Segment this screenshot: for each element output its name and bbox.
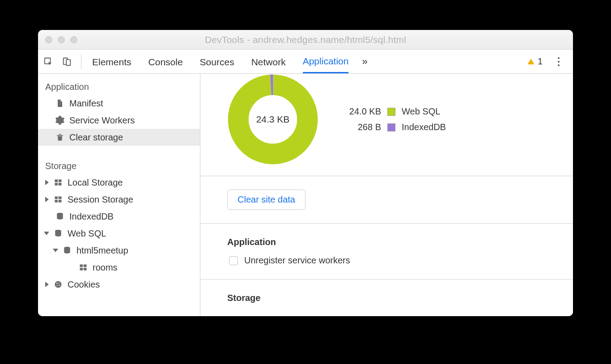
- sidebar-section-application: Application: [38, 78, 200, 95]
- chevron-right-icon: [45, 180, 49, 185]
- sidebar-item-html5meetup[interactable]: html5meetup: [38, 242, 200, 259]
- db-icon: [55, 212, 65, 221]
- section-title-storage: Storage: [227, 293, 573, 303]
- svg-rect-9: [55, 200, 58, 203]
- minimize-window-icon[interactable]: [58, 36, 65, 43]
- legend-label: IndexedDB: [402, 122, 446, 132]
- unregister-sw-row[interactable]: Unregister service workers: [227, 255, 573, 266]
- close-window-icon[interactable]: [45, 36, 52, 43]
- tab-application[interactable]: Application: [303, 50, 349, 73]
- clear-site-data-button[interactable]: Clear site data: [227, 190, 306, 210]
- sidebar-item-label: Local Storage: [68, 178, 123, 188]
- sidebar-item-manifest[interactable]: Manifest: [38, 95, 200, 112]
- warnings-badge[interactable]: 1: [527, 56, 543, 67]
- chevron-down-icon: [53, 249, 58, 252]
- svg-point-19: [56, 283, 58, 284]
- sidebar-item-label: Service Workers: [69, 115, 135, 126]
- sidebar-section-storage: Storage: [38, 157, 200, 174]
- file-icon: [55, 98, 65, 108]
- sidebar-item-label: html5meetup: [76, 245, 128, 256]
- usage-donut: 24.3 KB: [227, 74, 318, 165]
- sidebar-item-local-storage[interactable]: Local Storage: [38, 174, 200, 191]
- svg-rect-14: [80, 264, 83, 267]
- legend-value: 268 B: [341, 122, 381, 132]
- toolbar-icons: [43, 54, 81, 69]
- svg-rect-17: [84, 268, 87, 271]
- sidebar-item-label: rooms: [93, 262, 118, 273]
- zoom-window-icon[interactable]: [70, 36, 77, 43]
- sidebar-item-label: Cookies: [68, 279, 100, 290]
- sidebar-item-clear-storage[interactable]: Clear storage: [38, 129, 200, 146]
- db-icon: [53, 229, 63, 238]
- sidebar-item-indexeddb[interactable]: IndexedDB: [38, 208, 200, 225]
- trash-icon: [55, 132, 65, 142]
- chevron-down-icon: [44, 232, 49, 235]
- svg-point-22: [57, 285, 58, 286]
- svg-point-18: [55, 281, 62, 288]
- svg-rect-2: [66, 59, 70, 65]
- sidebar-item-label: Web SQL: [68, 229, 106, 239]
- legend-swatch: [387, 108, 395, 116]
- legend-swatch: [387, 123, 395, 131]
- tabs-right: 1: [527, 56, 568, 67]
- svg-rect-5: [55, 183, 58, 186]
- svg-rect-7: [55, 196, 58, 199]
- legend-value: 24.0 KB: [341, 106, 381, 117]
- tabs-list: Elements Console Sources Network Applica…: [92, 50, 348, 73]
- devtools-window: DevTools - andrew.hedges.name/html5/sql.…: [38, 30, 573, 316]
- warnings-count: 1: [538, 56, 543, 67]
- grid-icon: [53, 195, 63, 204]
- sidebar[interactable]: Application Manifest Service Workers Cle…: [38, 74, 200, 316]
- tab-network[interactable]: Network: [251, 51, 286, 73]
- gear-icon: [55, 115, 65, 125]
- checkbox-icon[interactable]: [229, 256, 238, 265]
- storage-options-panel: Storage: [200, 279, 573, 316]
- sidebar-item-rooms[interactable]: rooms: [38, 259, 200, 276]
- chevron-right-icon: [45, 197, 49, 202]
- tab-elements[interactable]: Elements: [92, 51, 132, 73]
- titlebar: DevTools - andrew.hedges.name/html5/sql.…: [38, 30, 573, 50]
- traffic-lights: [45, 36, 77, 43]
- usage-total: 24.3 KB: [227, 74, 318, 165]
- inspect-element-icon[interactable]: [43, 57, 53, 67]
- svg-point-20: [59, 283, 59, 284]
- device-toolbar-icon[interactable]: [62, 57, 72, 67]
- svg-rect-3: [55, 179, 58, 182]
- svg-rect-10: [59, 200, 62, 203]
- sidebar-item-service-workers[interactable]: Service Workers: [38, 112, 200, 129]
- section-title-application: Application: [227, 237, 573, 247]
- checkbox-label: Unregister service workers: [244, 255, 350, 266]
- svg-rect-8: [59, 196, 62, 199]
- svg-point-21: [59, 284, 60, 286]
- svg-rect-6: [59, 183, 62, 186]
- svg-rect-15: [84, 264, 87, 267]
- legend-row-indexeddb: 268 B IndexedDB: [341, 122, 446, 132]
- sidebar-item-web-sql[interactable]: Web SQL: [38, 225, 200, 242]
- application-options-panel: Application Unregister service workers: [200, 224, 573, 279]
- usage-legend: 24.0 KB Web SQL 268 B IndexedDB: [341, 106, 446, 132]
- sidebar-item-cookies[interactable]: Cookies: [38, 276, 200, 293]
- overflow-tabs-icon[interactable]: »: [362, 56, 367, 68]
- svg-rect-16: [80, 268, 83, 271]
- sidebar-item-session-storage[interactable]: Session Storage: [38, 191, 200, 208]
- main-panel[interactable]: 24.3 KB 24.0 KB Web SQL 268 B IndexedDB: [200, 74, 573, 316]
- sidebar-item-label: Manifest: [69, 98, 103, 109]
- tabs-bar: Elements Console Sources Network Applica…: [38, 50, 573, 74]
- window-title: DevTools - andrew.hedges.name/html5/sql.…: [38, 34, 573, 45]
- grid-icon: [53, 178, 63, 187]
- legend-label: Web SQL: [402, 106, 440, 117]
- sidebar-item-label: IndexedDB: [69, 212, 114, 222]
- kebab-menu-icon[interactable]: [553, 56, 564, 67]
- sidebar-item-label: Session Storage: [68, 195, 133, 205]
- chevron-right-icon: [45, 282, 49, 287]
- legend-row-websql: 24.0 KB Web SQL: [341, 106, 446, 117]
- usage-chart-row: 24.3 KB 24.0 KB Web SQL 268 B IndexedDB: [200, 74, 573, 176]
- tab-console[interactable]: Console: [149, 51, 183, 73]
- sidebar-item-label: Clear storage: [69, 132, 123, 143]
- clear-site-data-panel: Clear site data: [200, 176, 573, 224]
- db-icon: [62, 245, 72, 255]
- grid-icon: [78, 262, 88, 272]
- svg-rect-4: [59, 179, 62, 182]
- body: Application Manifest Service Workers Cle…: [38, 74, 573, 316]
- tab-sources[interactable]: Sources: [200, 51, 234, 73]
